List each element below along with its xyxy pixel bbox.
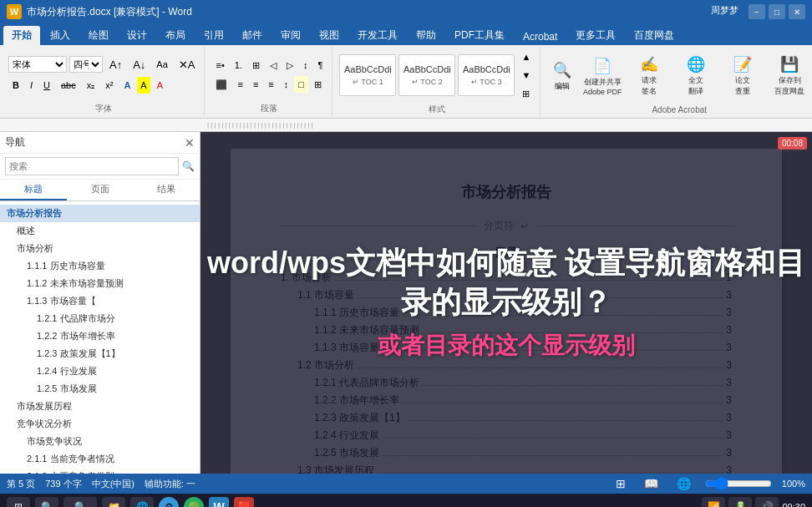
nav-close-button[interactable]: ✕ xyxy=(185,136,195,150)
italic-button[interactable]: I xyxy=(26,77,37,94)
nav-item-8[interactable]: 1.2.3 政策发展【1】 xyxy=(0,345,200,363)
close-button[interactable]: ✕ xyxy=(789,4,805,19)
status-language[interactable]: 中文(中国) xyxy=(92,478,134,490)
nav-item-15[interactable]: 2.1.2 主要竞争者类型 xyxy=(0,468,200,474)
bullets-button[interactable]: ≡• xyxy=(211,57,228,74)
nav-item-6[interactable]: 1.2.1 代品牌市场分 xyxy=(0,310,200,327)
underline-button[interactable]: U xyxy=(39,77,54,94)
align-left-button[interactable]: ⬛ xyxy=(211,76,231,93)
tab-review[interactable]: 审阅 xyxy=(272,26,309,45)
nav-tab-pages[interactable]: 页面 xyxy=(67,180,134,200)
nav-item-0[interactable]: 市场分析报告 xyxy=(0,205,200,222)
nav-item-11[interactable]: 市场发展历程 xyxy=(0,398,200,415)
request-sign-button[interactable]: ✍ 请求签名 xyxy=(627,53,671,99)
view-layout-button[interactable]: ⊞ xyxy=(612,475,630,492)
nav-item-4[interactable]: 1.1.2 未来市场容量预测 xyxy=(0,275,200,292)
view-read-button[interactable]: 📖 xyxy=(640,475,662,492)
style-toc3[interactable]: AaBbCcDdi ↵ TOC 3 xyxy=(458,54,515,96)
nav-search-button[interactable]: 🔍 xyxy=(182,160,195,172)
font-family-select[interactable]: 宋体 xyxy=(8,56,67,73)
multilevel-button[interactable]: ⊞ xyxy=(248,57,264,74)
taskbar-app-3[interactable]: 🟥 xyxy=(234,497,254,507)
translate-button[interactable]: 🌐 全文翻译 xyxy=(674,53,718,99)
tab-pdf[interactable]: PDF工具集 xyxy=(446,26,513,45)
doc-area[interactable]: 00:08 市场分析报告 分页符 ↵ 目录 1. 市场分析 1 1.1 市场容量… xyxy=(200,132,812,474)
tab-help[interactable]: 帮助 xyxy=(408,26,444,45)
taskbar-speaker-button[interactable]: 🔊 xyxy=(755,497,779,507)
justify-button[interactable]: ≡ xyxy=(264,76,277,93)
taskbar-search2-button[interactable]: 🔍 xyxy=(63,497,97,507)
taskbar-right: 📶 🔋 🔊 09:30 xyxy=(702,497,805,507)
start-button[interactable]: ⊞ xyxy=(7,497,30,507)
tab-design[interactable]: 设计 xyxy=(119,26,155,45)
nav-item-3[interactable]: 1.1.1 历史市场容量 xyxy=(0,257,200,275)
nav-item-14[interactable]: 2.1.1 当前竞争者情况 xyxy=(0,450,200,468)
tab-references[interactable]: 引用 xyxy=(195,26,232,45)
nav-tab-results[interactable]: 结果 xyxy=(133,180,200,200)
styles-expand[interactable]: ⊞ xyxy=(517,85,535,102)
tab-home[interactable]: 开始 xyxy=(3,26,40,45)
taskbar-search-button[interactable]: 🔍 xyxy=(35,497,58,507)
taskbar-browser-button[interactable]: 🌐 xyxy=(130,497,154,507)
borders-button[interactable]: ⊞ xyxy=(310,76,326,93)
bold-button[interactable]: B xyxy=(8,77,23,94)
align-right-button[interactable]: ≡ xyxy=(249,76,262,93)
text-effect-button[interactable]: A xyxy=(119,77,134,94)
nav-item-7[interactable]: 1.2.2 市场年增长率 xyxy=(0,327,200,345)
taskbar-battery-button[interactable]: 🔋 xyxy=(728,497,752,507)
superscript-button[interactable]: x² xyxy=(101,77,117,94)
style-toc2[interactable]: AaBbCcDdi ↵ TOC 2 xyxy=(398,54,455,96)
font-shrink-button[interactable]: A↓ xyxy=(129,56,150,73)
nav-item-10[interactable]: 1.2.5 市场发展 xyxy=(0,380,200,398)
style-toc1[interactable]: AaBbCcDdi ↵ TOC 1 xyxy=(339,54,396,96)
tab-more[interactable]: 更多工具 xyxy=(567,26,624,45)
tab-insert[interactable]: 插入 xyxy=(42,26,79,45)
search-button[interactable]: 🔍 编辑 xyxy=(547,54,577,98)
tab-mail[interactable]: 邮件 xyxy=(234,26,271,45)
nav-item-13[interactable]: 市场竞争状况 xyxy=(0,433,200,450)
taskbar-app-1[interactable]: ⚙ xyxy=(159,497,179,507)
font-size-select[interactable]: 四号 xyxy=(69,56,103,73)
styles-scroll-up[interactable]: ▲ xyxy=(517,48,535,65)
nav-item-9[interactable]: 1.2.4 行业发展 xyxy=(0,363,200,380)
check-paper-button[interactable]: 📝 论文查重 xyxy=(721,53,764,99)
taskbar-app-word[interactable]: W xyxy=(209,497,229,507)
increase-indent-button[interactable]: ▷ xyxy=(282,57,297,74)
sort-button[interactable]: ↕ xyxy=(299,57,312,74)
nav-tab-headings[interactable]: 标题 xyxy=(0,180,67,200)
taskbar-wifi-button[interactable]: 📶 xyxy=(702,497,725,507)
view-web-button[interactable]: 🌐 xyxy=(672,475,695,492)
decrease-indent-button[interactable]: ◁ xyxy=(266,57,281,74)
nav-item-5[interactable]: 1.1.3 市场容量【 xyxy=(0,292,200,310)
highlight-button[interactable]: A xyxy=(137,77,150,94)
nav-item-12[interactable]: 竞争状况分析 xyxy=(0,415,200,433)
strikethrough-button[interactable]: abc xyxy=(57,77,80,94)
create-pdf-button[interactable]: 📄 创建并共享Adobe PDF xyxy=(581,53,624,99)
maximize-button[interactable]: □ xyxy=(769,4,785,19)
nav-item-1[interactable]: 概述 xyxy=(0,222,200,240)
nav-item-2[interactable]: 市场分析 xyxy=(0,240,200,257)
zoom-slider[interactable] xyxy=(705,477,772,490)
tab-draw[interactable]: 绘图 xyxy=(80,26,117,45)
taskbar-app-2[interactable]: 🟢 xyxy=(184,497,204,507)
nav-search-input[interactable] xyxy=(5,157,179,175)
minimize-button[interactable]: − xyxy=(749,4,765,19)
tab-layout[interactable]: 布局 xyxy=(157,26,194,45)
clear-format-button[interactable]: ✕A xyxy=(175,56,200,73)
show-marks-button[interactable]: ¶ xyxy=(313,57,327,74)
tab-developer[interactable]: 开发工具 xyxy=(349,26,406,45)
change-case-button[interactable]: Aa xyxy=(152,56,171,73)
styles-scroll-down[interactable]: ▼ xyxy=(517,67,535,84)
font-grow-button[interactable]: A↑ xyxy=(105,56,126,73)
taskbar-folder-button[interactable]: 📁 xyxy=(102,497,125,507)
font-color-button[interactable]: A xyxy=(153,77,167,94)
tab-view[interactable]: 视图 xyxy=(311,26,348,45)
tab-baidu[interactable]: 百度网盘 xyxy=(626,26,683,45)
shading-button[interactable]: □ xyxy=(294,76,308,93)
align-center-button[interactable]: ≡ xyxy=(233,76,246,93)
numbering-button[interactable]: 1. xyxy=(231,57,246,74)
save-baidu-button[interactable]: 💾 保存到百度网盘 xyxy=(768,53,811,99)
tab-acrobat[interactable]: Acrobat xyxy=(515,28,566,45)
line-spacing-button[interactable]: ↕ xyxy=(280,76,293,93)
subscript-button[interactable]: x₂ xyxy=(83,77,99,94)
